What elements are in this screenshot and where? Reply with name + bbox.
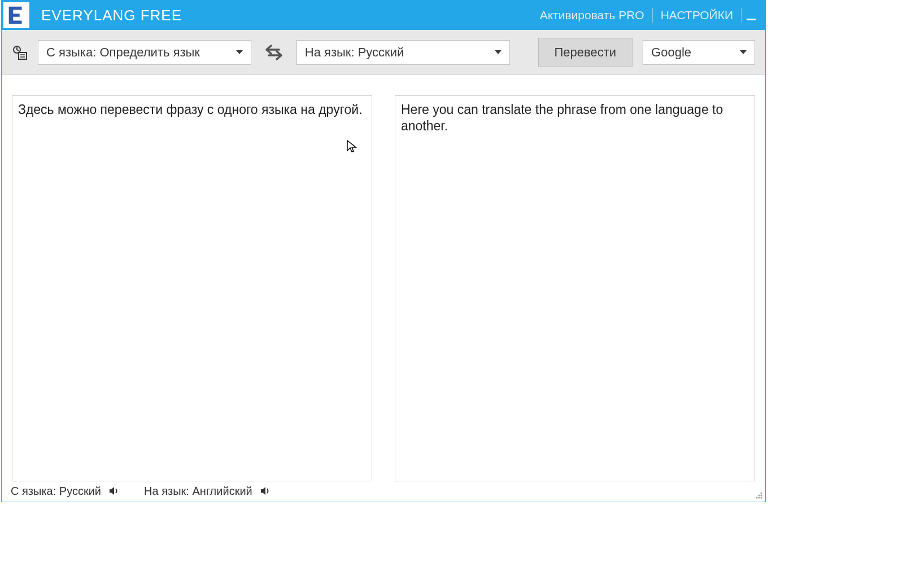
engine-label: Google: [651, 45, 691, 60]
chevron-down-icon: [236, 50, 243, 54]
settings-link[interactable]: НАСТРОЙКИ: [653, 8, 741, 22]
statusbar: С языка: Русский На язык: Английский: [2, 481, 765, 501]
content-area: Здесь можно перевести фразу с одного язы…: [2, 75, 765, 481]
history-icon[interactable]: [12, 45, 28, 60]
chevron-down-icon: [495, 50, 502, 54]
to-language-label: На язык: Русский: [305, 45, 404, 60]
svg-point-7: [761, 495, 762, 497]
svg-rect-2: [19, 52, 27, 59]
target-text-pane[interactable]: Here you can translate the phrase from o…: [395, 95, 755, 481]
svg-point-9: [758, 497, 760, 499]
resize-grip[interactable]: [753, 490, 764, 500]
app-title: EVERYLANG FREE: [41, 7, 182, 24]
minimize-button[interactable]: [742, 8, 761, 23]
from-language-dropdown[interactable]: С языка: Определить язык: [38, 40, 251, 65]
speaker-icon[interactable]: [259, 485, 272, 497]
to-language-dropdown[interactable]: На язык: Русский: [296, 40, 510, 65]
speaker-icon[interactable]: [108, 485, 120, 497]
from-language-label: С языка: Определить язык: [46, 45, 200, 60]
chevron-down-icon: [740, 50, 747, 54]
engine-dropdown[interactable]: Google: [643, 40, 755, 65]
titlebar[interactable]: EVERYLANG FREE Активировать PRO НАСТРОЙК…: [2, 1, 765, 30]
activate-pro-link[interactable]: Активировать PRO: [532, 8, 652, 22]
swap-languages-button[interactable]: [261, 40, 286, 65]
app-logo: [3, 2, 29, 28]
svg-point-8: [756, 497, 758, 499]
status-from-language: С языка: Русский: [11, 485, 101, 498]
toolbar: С языка: Определить язык На язык: Русски…: [2, 30, 765, 75]
svg-point-5: [761, 493, 762, 494]
svg-point-10: [761, 497, 762, 499]
status-to-language: На язык: Английский: [144, 485, 252, 498]
app-window: EVERYLANG FREE Активировать PRO НАСТРОЙК…: [1, 0, 766, 502]
source-text-pane[interactable]: Здесь можно перевести фразу с одного язы…: [12, 95, 372, 481]
translate-button[interactable]: Перевести: [538, 38, 633, 67]
svg-point-6: [758, 495, 760, 497]
